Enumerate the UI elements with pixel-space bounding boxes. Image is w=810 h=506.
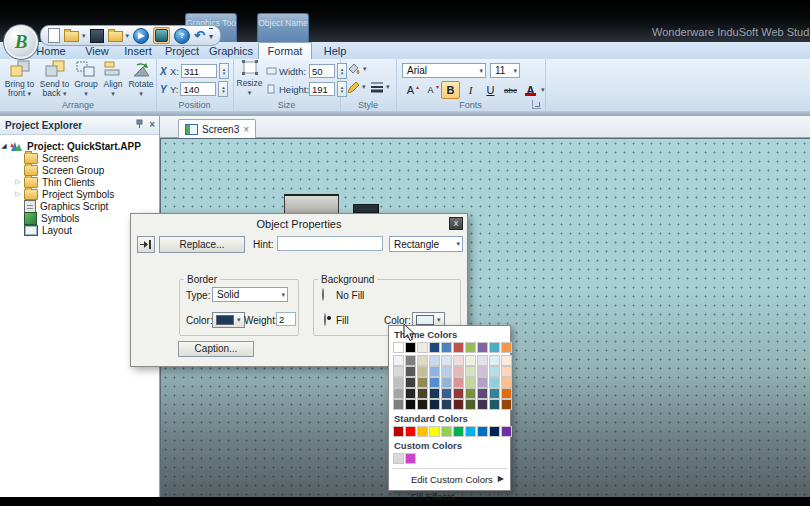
theme-variant-4-swatch-0[interactable] [393,399,404,410]
theme-variant-1-swatch-2[interactable] [417,366,428,377]
y-position-input[interactable] [180,82,216,96]
theme-variant-0-swatch-2[interactable] [417,355,428,366]
theme-variant-2-swatch-7[interactable] [477,377,488,388]
object-type-combo[interactable]: Rectangle ▾ [389,236,463,252]
standard-color-swatch-3[interactable] [429,426,440,437]
standard-color-swatch-1[interactable] [405,426,416,437]
theme-color-swatch-7[interactable] [477,342,488,353]
tree-item-screens[interactable]: Screens [14,152,79,164]
theme-variant-4-swatch-9[interactable] [501,399,512,410]
theme-variant-1-swatch-5[interactable] [453,366,464,377]
theme-color-swatch-6[interactable] [465,342,476,353]
bold-button[interactable]: B [441,81,460,99]
edit-custom-colors-item[interactable]: Edit Custom Colors ▶ [389,471,510,488]
width-input[interactable] [309,64,335,78]
bring-to-front-button[interactable]: Bring to front ▾ [3,60,36,98]
theme-variant-4-swatch-3[interactable] [429,399,440,410]
theme-variant-0-swatch-0[interactable] [393,355,404,366]
theme-variant-1-swatch-1[interactable] [405,366,416,377]
customize-quick-access-icon[interactable]: ▾ [209,28,213,44]
theme-variant-3-swatch-4[interactable] [441,388,452,399]
theme-variant-1-swatch-4[interactable] [441,366,452,377]
tree-item-layout[interactable]: Layout [14,224,72,236]
theme-color-swatch-1[interactable] [405,342,416,353]
help-icon[interactable]: ? [174,28,190,44]
theme-variant-1-swatch-0[interactable] [393,366,404,377]
theme-variant-2-swatch-1[interactable] [405,377,416,388]
standard-color-swatch-8[interactable] [489,426,500,437]
y-position-spinner[interactable]: ▴▾ [218,81,228,97]
line-color-button[interactable]: ▾ [346,80,366,93]
theme-variant-2-swatch-4[interactable] [441,377,452,388]
send-to-back-button[interactable]: Send to back ▾ [38,60,71,98]
standard-color-swatch-2[interactable] [417,426,428,437]
theme-variant-1-swatch-6[interactable] [465,366,476,377]
theme-variant-0-swatch-5[interactable] [453,355,464,366]
theme-variant-4-swatch-6[interactable] [465,399,476,410]
new-document-icon[interactable] [48,28,60,43]
x-position-spinner[interactable]: ▴▾ [219,63,229,79]
run-application-icon[interactable]: ▶ [133,28,149,44]
theme-variant-3-swatch-6[interactable] [465,388,476,399]
resize-button[interactable]: Resize▾ [236,60,263,97]
theme-variant-3-swatch-5[interactable] [453,388,464,399]
align-button[interactable]: Align▾ [100,60,126,98]
border-type-combo[interactable]: Solid ▾ [212,287,288,302]
expander-icon[interactable]: ▷ [14,190,22,198]
standard-color-swatch-6[interactable] [465,426,476,437]
stop-application-icon[interactable] [155,29,168,42]
standard-color-swatch-0[interactable] [393,426,404,437]
theme-color-swatch-4[interactable] [441,342,452,353]
tree-item-project-symbols[interactable]: ▷ Project Symbols [14,188,114,200]
theme-variant-1-swatch-8[interactable] [489,366,500,377]
theme-variant-1-swatch-7[interactable] [477,366,488,377]
theme-color-swatch-2[interactable] [417,342,428,353]
fill-effects-item[interactable]: Fill Effects... [389,488,510,505]
standard-color-swatch-4[interactable] [441,426,452,437]
theme-variant-2-swatch-2[interactable] [417,377,428,388]
fill-color-button[interactable]: ▾ [346,62,367,75]
theme-variant-4-swatch-8[interactable] [489,399,500,410]
close-tab-icon[interactable]: × [243,125,249,135]
no-fill-radio[interactable] [322,288,324,301]
tab-screen3[interactable]: Screen3 × [178,119,256,139]
group-button[interactable]: Group▾ [73,60,99,98]
theme-color-swatch-8[interactable] [489,342,500,353]
font-color-button[interactable]: A [521,81,540,99]
tree-item-project[interactable]: ◢ Project: QuickStart.APP [0,140,141,152]
contextual-tab-object-name[interactable]: Object Name [257,13,309,42]
theme-color-swatch-9[interactable] [501,342,512,353]
border-weight-input[interactable] [276,312,296,326]
border-color-button[interactable]: ▾ [212,312,245,328]
tab-help[interactable]: Help [316,42,354,59]
open-project-icon[interactable] [64,31,79,42]
theme-variant-0-swatch-6[interactable] [465,355,476,366]
theme-color-swatch-5[interactable] [453,342,464,353]
fonts-dialog-launcher[interactable] [532,100,541,109]
theme-variant-0-swatch-9[interactable] [501,355,512,366]
theme-variant-3-swatch-1[interactable] [405,388,416,399]
tree-item-graphics-script[interactable]: Graphics Script [14,200,108,212]
theme-variant-0-swatch-8[interactable] [489,355,500,366]
theme-variant-0-swatch-4[interactable] [441,355,452,366]
theme-variant-1-swatch-3[interactable] [429,366,440,377]
open-folder-icon[interactable] [108,31,123,42]
theme-variant-2-swatch-9[interactable] [501,377,512,388]
custom-color-swatch-0[interactable] [393,453,404,464]
theme-variant-3-swatch-0[interactable] [393,388,404,399]
expander-icon[interactable]: ◢ [0,142,8,150]
theme-variant-2-swatch-5[interactable] [453,377,464,388]
standard-color-swatch-7[interactable] [477,426,488,437]
height-input[interactable] [309,82,335,96]
expander-icon[interactable]: ▷ [14,178,22,186]
underline-button[interactable]: U [481,81,500,99]
undo-icon[interactable]: ↶ [194,29,205,43]
standard-color-swatch-5[interactable] [453,426,464,437]
theme-variant-4-swatch-7[interactable] [477,399,488,410]
replace-button[interactable]: Replace... [159,236,245,253]
save-icon[interactable] [90,29,104,43]
pin-icon[interactable] [135,119,144,129]
caption-button[interactable]: Caption... [178,341,254,357]
theme-variant-4-swatch-4[interactable] [441,399,452,410]
theme-variant-4-swatch-2[interactable] [417,399,428,410]
